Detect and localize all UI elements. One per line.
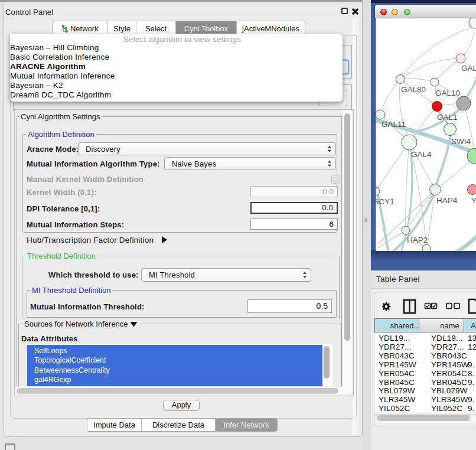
svg-text:GAL80: GAL80 — [401, 85, 426, 94]
svg-text:GAL1: GAL1 — [437, 113, 458, 122]
svg-text:GAL2: GAL2 — [461, 64, 476, 73]
svg-text:HAP2: HAP2 — [407, 236, 428, 244]
svg-text:SWI4: SWI4 — [451, 137, 471, 146]
svg-text:HAP4: HAP4 — [436, 196, 458, 205]
svg-text:Y: Y — [471, 196, 476, 205]
svg-text:GAL11: GAL11 — [382, 120, 406, 129]
svg-text:GAL4: GAL4 — [411, 150, 432, 159]
svg-text:GAL10: GAL10 — [435, 89, 460, 97]
svg-text:GCY1: GCY1 — [376, 197, 395, 206]
